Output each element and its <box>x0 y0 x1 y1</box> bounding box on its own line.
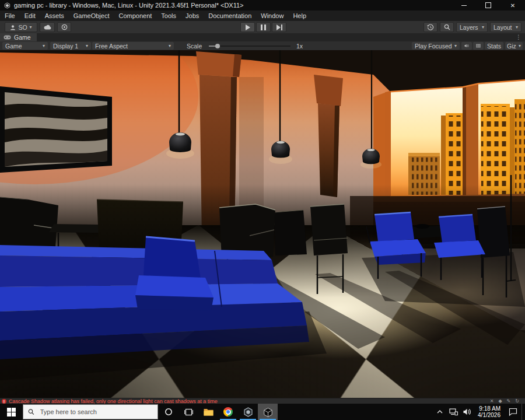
taskbar-clock[interactable]: 9:18 AM 4/1/2026 <box>474 405 504 419</box>
close-button[interactable]: ✕ <box>501 0 525 10</box>
menu-window[interactable]: Window <box>256 10 288 21</box>
chevron-down-icon: ▾ <box>516 25 518 30</box>
layout-dropdown[interactable]: Layout ▾ <box>490 22 522 32</box>
menu-file[interactable]: File <box>0 10 20 21</box>
taskbar-file-explorer[interactable] <box>198 404 218 420</box>
layers-label: Layers <box>460 24 478 31</box>
search-button[interactable] <box>440 22 454 32</box>
scene-furniture <box>0 50 525 398</box>
aspect-dropdown[interactable]: Free Aspect ▾ <box>92 42 174 50</box>
windows-logo-icon <box>7 408 16 416</box>
step-icon <box>276 24 282 30</box>
unity-app-icon <box>4 2 10 9</box>
task-view-icon <box>184 408 193 416</box>
clock-date: 4/1/2026 <box>478 412 501 419</box>
speaker-icon <box>463 408 471 415</box>
unity-toolbar: SO ▾ Layers ▾ Layout ▾ <box>0 21 525 34</box>
task-view-button[interactable] <box>178 404 198 420</box>
scale-value: 1x <box>296 42 303 50</box>
search-icon <box>28 408 34 415</box>
cloud-icon <box>44 24 51 30</box>
error-icon: ! <box>2 399 6 404</box>
taskbar-unity-editor[interactable] <box>258 404 278 420</box>
network-icon <box>449 408 458 415</box>
chevron-up-icon <box>437 410 443 414</box>
minimize-button[interactable] <box>452 0 476 10</box>
action-center-button[interactable] <box>504 404 522 420</box>
cortana-button[interactable] <box>159 404 178 420</box>
account-icon <box>10 24 16 30</box>
stats-toggle[interactable]: Stats <box>485 42 503 50</box>
volume-status[interactable] <box>460 404 474 420</box>
menu-documentation[interactable]: Documentation <box>204 10 256 21</box>
gizmos-dropdown[interactable]: Gizmos ▾ <box>505 42 523 50</box>
taskbar-unity-hub[interactable] <box>238 404 258 420</box>
history-icon <box>427 24 434 31</box>
tab-game[interactable]: Game <box>0 33 37 41</box>
minimize-icon <box>461 5 467 6</box>
game-viewport[interactable] <box>0 50 525 398</box>
pause-icon <box>261 24 266 30</box>
layers-dropdown[interactable]: Layers ▾ <box>456 22 488 32</box>
layout-label: Layout <box>494 24 512 31</box>
account-label: SO <box>18 24 27 31</box>
start-button[interactable] <box>0 404 22 420</box>
window-title: gaming pc - library - Windows, Mac, Linu… <box>14 2 244 9</box>
cortana-icon <box>164 408 173 416</box>
grid-icon <box>476 43 481 48</box>
step-button[interactable] <box>272 22 286 32</box>
menu-assets[interactable]: Assets <box>40 10 69 21</box>
menu-gameobject[interactable]: GameObject <box>69 10 114 21</box>
tab-game-label: Game <box>14 34 31 41</box>
view-mode-dropdown[interactable]: Game ▾ <box>2 42 48 50</box>
scale-slider[interactable] <box>209 46 290 47</box>
taskbar-chrome[interactable] <box>218 404 238 420</box>
clock-time: 9:18 AM <box>478 405 501 412</box>
search-input[interactable] <box>39 408 153 416</box>
pause-button[interactable] <box>256 22 271 32</box>
chrome-icon <box>223 407 233 416</box>
menu-help[interactable]: Help <box>288 10 311 21</box>
collab-target-button[interactable] <box>57 22 71 32</box>
cloud-services-button[interactable] <box>40 22 55 32</box>
chevron-down-icon: ▾ <box>30 25 32 30</box>
play-focused-label: Play Focused <box>415 43 452 50</box>
undo-history-button[interactable] <box>424 22 438 32</box>
pane-menu-icon[interactable]: ⋮ <box>516 33 522 41</box>
chevron-down-icon: ▾ <box>86 44 88 48</box>
tray-expand-button[interactable] <box>433 404 446 420</box>
menu-component[interactable]: Component <box>114 10 156 21</box>
chevron-down-icon: ▾ <box>519 44 521 48</box>
play-focused-dropdown[interactable]: Play Focused ▾ <box>412 42 460 50</box>
scale-slider-handle[interactable] <box>215 44 220 48</box>
scale-label: Scale <box>187 42 202 50</box>
menu-edit[interactable]: Edit <box>20 10 40 21</box>
file-explorer-icon <box>204 408 214 416</box>
speaker-icon <box>464 43 469 48</box>
system-tray: 9:18 AM 4/1/2026 <box>433 404 525 420</box>
mute-audio-button[interactable] <box>461 42 472 50</box>
view-mode-label: Game <box>5 43 22 50</box>
window-titlebar: gaming pc - library - Windows, Mac, Linu… <box>0 0 525 10</box>
play-icon <box>246 24 250 30</box>
vsync-grid-button[interactable] <box>473 42 484 50</box>
display-label: Display 1 <box>53 43 78 50</box>
display-dropdown[interactable]: Display 1 ▾ <box>50 42 91 50</box>
show-desktop-button[interactable] <box>522 404 525 420</box>
close-icon: ✕ <box>510 2 515 9</box>
play-button[interactable] <box>240 22 255 32</box>
menu-jobs[interactable]: Jobs <box>181 10 204 21</box>
maximize-icon <box>485 2 491 8</box>
network-status[interactable] <box>446 404 460 420</box>
stats-label: Stats <box>487 43 501 50</box>
maximize-button[interactable] <box>476 0 501 10</box>
chevron-down-icon: ▾ <box>454 44 457 48</box>
taskbar-search[interactable] <box>23 404 158 419</box>
notification-icon <box>509 408 517 416</box>
menu-tools[interactable]: Tools <box>156 10 181 21</box>
account-dropdown[interactable]: SO ▾ <box>5 22 37 32</box>
gamepad-icon <box>4 35 11 40</box>
unity-hub-icon <box>243 407 253 417</box>
unity-editor-icon <box>263 407 273 417</box>
menu-bar: File Edit Assets GameObject Component To… <box>0 10 525 21</box>
